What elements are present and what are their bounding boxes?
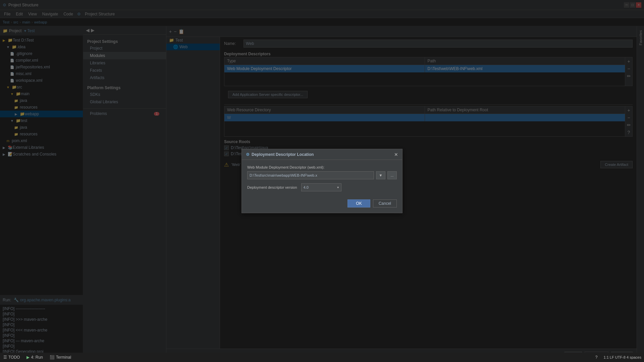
descriptor-input-row: ▼ ... xyxy=(247,171,397,179)
terminal-label: Terminal xyxy=(56,355,71,360)
run-icon: ▶ xyxy=(26,355,30,360)
browse-file-button[interactable]: ... xyxy=(387,171,397,179)
taskbar: ☰ TODO ▶ 4: Run ⬛ Terminal ? 1:1 LF UTF-… xyxy=(0,353,644,362)
dialog-close-button[interactable]: ✕ xyxy=(394,152,398,157)
dialog-overlay: ⚙ Deployment Descriptor Location ✕ Web M… xyxy=(0,0,644,362)
status-position: 1:1 LF UTF-8 4 spaces xyxy=(601,355,644,359)
dialog-title-wrapper: ⚙ Deployment Descriptor Location xyxy=(246,152,314,157)
taskbar-help[interactable]: ? xyxy=(592,353,601,362)
run-label: 4: Run xyxy=(31,355,43,360)
dialog-footer: OK Cancel xyxy=(242,197,402,213)
dialog-titlebar: ⚙ Deployment Descriptor Location ✕ xyxy=(242,149,402,160)
browse-button[interactable]: ▼ xyxy=(376,171,385,179)
version-select[interactable]: 4.0 3.1 3.0 2.5 xyxy=(301,183,341,191)
dialog-cancel-button[interactable]: Cancel xyxy=(373,199,397,207)
descriptor-path-input[interactable] xyxy=(247,171,374,179)
terminal-icon: ⬛ xyxy=(50,355,55,360)
taskbar-terminal[interactable]: ⬛ Terminal xyxy=(46,353,74,362)
dialog-title-text: Deployment Descriptor Location xyxy=(252,152,314,157)
version-row: Deployment descriptor version 4.0 3.1 3.… xyxy=(247,183,397,191)
taskbar-run[interactable]: ▶ 4: Run xyxy=(23,353,46,362)
dialog-icon: ⚙ xyxy=(246,152,250,157)
todo-label: TODO xyxy=(8,355,20,360)
todo-icon: ☰ xyxy=(3,355,7,360)
version-label: Deployment descriptor version xyxy=(247,185,297,189)
help-icon: ? xyxy=(595,355,598,360)
dialog-ok-button[interactable]: OK xyxy=(347,199,370,207)
dialog-body: Web Module Deployment Descriptor (web.xm… xyxy=(242,160,402,197)
deployment-descriptor-dialog: ⚙ Deployment Descriptor Location ✕ Web M… xyxy=(241,149,402,213)
descriptor-label: Web Module Deployment Descriptor (web.xm… xyxy=(247,165,397,169)
taskbar-todo[interactable]: ☰ TODO xyxy=(0,353,23,362)
version-select-wrapper: 4.0 3.1 3.0 2.5 xyxy=(301,183,341,191)
